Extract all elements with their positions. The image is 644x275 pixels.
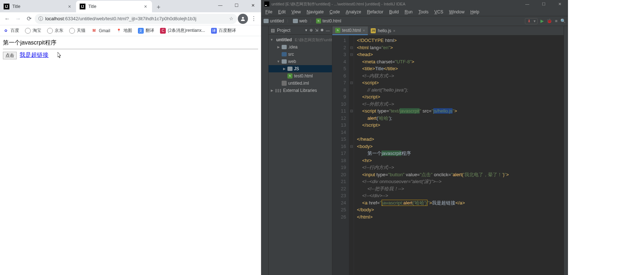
bookmark-item[interactable]: C(2条消息)rentianx... <box>160 28 205 34</box>
fold-gutter[interactable]: ⊟⊟⊟⊟⊟ <box>349 35 354 275</box>
tree-item-web[interactable]: ▼web <box>269 58 332 65</box>
tree-item-ext-lib[interactable]: ▶⫿⫿⫿External Libraries <box>269 87 332 94</box>
run-config-select[interactable]: ⬇ <box>525 18 538 24</box>
close-icon[interactable]: × <box>67 4 72 9</box>
menu-item-build[interactable]: Build <box>387 9 401 15</box>
menu-item-edit[interactable]: Edit <box>275 9 288 15</box>
browser-tab-0[interactable]: IJ Title × <box>0 1 76 12</box>
bookmark-item[interactable]: ✿百度 <box>3 28 19 34</box>
bookmark-label: (2条消息)rentianx... <box>168 28 205 34</box>
right-tool-strip[interactable] <box>564 26 568 275</box>
run-button[interactable]: ▶ <box>540 18 544 24</box>
profile-avatar[interactable] <box>238 14 248 24</box>
ide-title-bar: untitled [E:\静态网页制作\untitled] - ...\web\… <box>261 0 568 8</box>
bookmarks-bar: ✿百度 淘宝 京东 天猫 MGmail 📍地图 文翻译 C(2条消息)renti… <box>0 25 261 36</box>
library-icon: ⫿⫿⫿ <box>275 88 282 93</box>
browser-toolbar: ← → ⟳ ⓘ localhost:63342/untitled/web/tes… <box>0 12 261 25</box>
bookmark-item[interactable]: 文翻译 <box>138 28 154 34</box>
click-button[interactable] <box>3 52 17 59</box>
mouse-cursor-icon <box>58 52 62 59</box>
maximize-button[interactable]: ☐ <box>535 0 552 8</box>
page-content: 第一个javascrpit程序 我是超链接 <box>0 36 261 275</box>
folder-icon <box>282 45 287 49</box>
gmail-icon: M <box>91 28 97 34</box>
close-icon[interactable]: × <box>143 4 148 9</box>
menu-item-analyze[interactable]: Analyze <box>343 9 364 15</box>
reload-button[interactable]: ⟳ <box>24 14 34 24</box>
html-file-icon: h <box>335 28 340 33</box>
code-area[interactable]: 1234567891011121314151617181920212223242… <box>332 35 564 275</box>
menu-item-file[interactable]: File <box>263 9 275 15</box>
address-bar[interactable]: ⓘ localhost:63342/untitled/web/test0.htm… <box>35 14 237 24</box>
tree-item-src[interactable]: src <box>269 51 332 58</box>
favicon-icon: IJ <box>80 4 85 9</box>
sample-link[interactable]: 我是超链接 <box>20 52 49 58</box>
ide-title-text: untitled [E:\静态网页制作\untitled] - ...\web\… <box>272 1 405 7</box>
left-tool-strip[interactable] <box>261 26 269 275</box>
bookmark-label: 翻译 <box>146 28 154 34</box>
breadcrumb-item[interactable]: htest0.html <box>316 18 341 24</box>
url-text: localhost:63342/untitled/web/test0.html?… <box>45 16 196 21</box>
bookmark-item[interactable]: 译百度翻译 <box>211 28 236 34</box>
menu-item-refactor[interactable]: Refactor <box>365 9 386 15</box>
tree-item-js[interactable]: ▶JS <box>269 65 332 72</box>
tree-item-idea[interactable]: ▶.idea <box>269 43 332 51</box>
stop-button[interactable]: ■ <box>555 18 557 24</box>
tree-item-test0[interactable]: htest0.html <box>269 72 332 80</box>
menu-item-code[interactable]: Code <box>327 9 342 15</box>
editor-tab-hello[interactable]: JShello.js× <box>368 26 398 35</box>
dropdown-icon[interactable]: ▾ <box>305 28 307 33</box>
svg-point-0 <box>242 17 244 18</box>
bookmark-label: 天猫 <box>77 28 85 34</box>
ide-window-controls: — ☐ ✕ <box>519 0 568 8</box>
tab-strip: IJ Title × IJ Title × + — ☐ ✕ <box>0 0 261 12</box>
tree-item-iml[interactable]: untitled.iml <box>269 80 332 87</box>
close-icon[interactable]: × <box>363 28 365 33</box>
folder-icon <box>287 67 292 71</box>
page-heading: 第一个javascrpit程序 <box>3 39 258 47</box>
minimize-button[interactable]: — <box>212 0 228 11</box>
bookmark-star-icon[interactable]: ☆ <box>229 16 233 21</box>
hide-icon[interactable]: — <box>326 28 330 33</box>
new-tab-button[interactable]: + <box>153 2 164 12</box>
editor-tabs: htest0.html× JShello.js× <box>332 26 564 35</box>
browser-tab-1[interactable]: IJ Title × <box>76 1 152 12</box>
bookmark-icon: ✿ <box>3 28 9 34</box>
minimize-button[interactable]: — <box>519 0 535 8</box>
tree-root[interactable]: ▼untitledE:\静态网页制作\untitle <box>269 36 332 43</box>
gear-icon[interactable]: ✱ <box>320 28 324 33</box>
forward-button[interactable]: → <box>13 14 23 24</box>
editor-tab-test0[interactable]: htest0.html× <box>332 26 368 35</box>
site-info-icon[interactable]: ⓘ <box>38 16 43 22</box>
collapse-icon[interactable]: ⇲ <box>315 28 318 33</box>
src-folder-icon <box>282 52 287 56</box>
bookmark-item[interactable]: 📍地图 <box>116 28 132 34</box>
kebab-menu-icon[interactable]: ⋮ <box>249 14 259 24</box>
html-file-icon: h <box>287 73 292 79</box>
back-button[interactable]: ← <box>2 14 12 24</box>
close-icon[interactable]: × <box>393 29 395 33</box>
menu-item-vcs[interactable]: VCS <box>432 9 446 15</box>
project-panel-title: Project <box>277 28 303 33</box>
bookmark-item[interactable]: MGmail <box>91 28 110 34</box>
menu-item-navigate[interactable]: Navigate <box>304 9 326 15</box>
search-icon[interactable]: 🔍 <box>560 18 566 24</box>
bookmark-item[interactable]: 京东 <box>47 28 63 34</box>
menu-item-window[interactable]: Window <box>446 9 467 15</box>
menu-item-help[interactable]: Help <box>468 9 482 15</box>
bookmark-item[interactable]: 淘宝 <box>25 28 41 34</box>
menu-item-run[interactable]: Run <box>402 9 415 15</box>
close-button[interactable]: ✕ <box>245 0 261 11</box>
maximize-button[interactable]: ☐ <box>228 0 245 11</box>
code-content[interactable]: <!DOCTYPE html><html lang="en"><head> <m… <box>354 35 564 275</box>
close-button[interactable]: ✕ <box>552 0 568 8</box>
bookmark-label: 百度 <box>10 28 19 34</box>
target-icon[interactable]: ⊕ <box>310 28 313 33</box>
menu-item-tools[interactable]: Tools <box>416 9 431 15</box>
bookmark-item[interactable]: 天猫 <box>69 28 85 34</box>
project-icon: ▤ <box>271 28 275 33</box>
breadcrumb-item[interactable]: web <box>293 18 307 24</box>
menu-item-view[interactable]: View <box>289 9 303 15</box>
breadcrumb-item[interactable]: untitled <box>264 18 284 24</box>
debug-button[interactable]: 🐞 <box>547 18 552 24</box>
